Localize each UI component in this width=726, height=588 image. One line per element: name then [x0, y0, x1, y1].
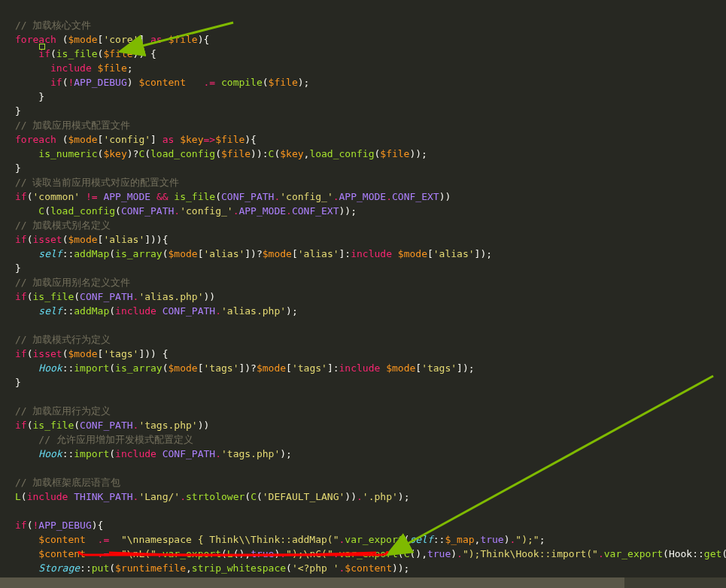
- keyword-foreach: foreach: [15, 34, 56, 45]
- gutter-marker-icon: [39, 44, 45, 50]
- comment: // 加载模式别名定义: [15, 220, 111, 231]
- comment: // 读取当前应用模式对应的配置文件: [15, 177, 179, 188]
- horizontal-scrollbar[interactable]: [0, 577, 726, 588]
- keyword-include: include: [50, 62, 92, 74]
- comment: // 加载应用行为定义: [15, 405, 111, 417]
- comment: // 加载框架底层语言包: [15, 477, 120, 488]
- comment: // 加载应用别名定义文件: [15, 277, 130, 288]
- code-editor-content: // 加载核心文件 foreach ($mode['core'] as $fil…: [0, 0, 726, 588]
- comment: // 允许应用增加开发模式配置定义: [38, 434, 193, 445]
- comment: // 加载应用模式配置文件: [15, 120, 130, 131]
- scrollbar-thumb[interactable]: [0, 577, 624, 588]
- comment: // 加载模式行为定义: [15, 334, 111, 345]
- comment: // 加载核心文件: [15, 20, 91, 31]
